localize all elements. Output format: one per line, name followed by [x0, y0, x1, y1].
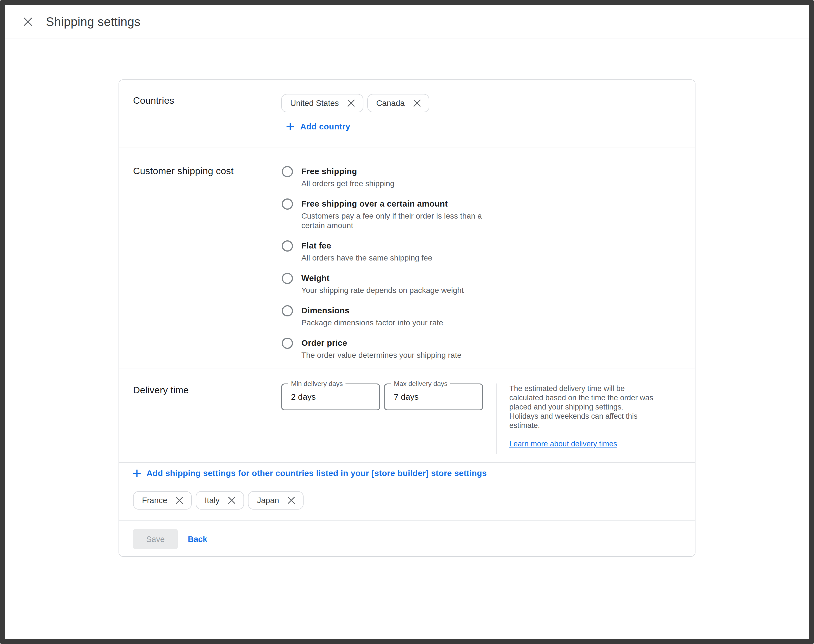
option-title: Dimensions [301, 305, 443, 316]
header: Shipping settings [5, 5, 809, 39]
country-chip-italy: Italy [196, 491, 244, 509]
add-country-button[interactable]: Add country [286, 122, 350, 131]
countries-label: Countries [133, 95, 281, 106]
countries-chip-row: United States Canada [281, 94, 695, 112]
shipping-cost-option: Flat fee All orders have the same shippi… [281, 241, 695, 263]
remove-country-icon[interactable] [413, 99, 421, 107]
vertical-divider [497, 383, 497, 454]
remove-country-icon[interactable] [228, 497, 236, 504]
option-description: All orders have the same shipping fee [301, 253, 432, 263]
shipping-settings-dialog: Shipping settings Countries United State… [0, 0, 814, 644]
min-delivery-days-value: 2 days [291, 392, 316, 402]
shipping-cost-option: Free shipping All orders get free shippi… [281, 166, 695, 189]
remove-country-icon[interactable] [176, 497, 183, 504]
country-chip-united-states: United States [281, 94, 363, 112]
shipping-cost-option: Dimensions Package dimensions factor int… [281, 305, 695, 328]
option-title: Order price [301, 338, 461, 348]
chip-label: France [142, 496, 167, 505]
save-button[interactable]: Save [133, 529, 178, 549]
add-other-countries-label: Add shipping settings for other countrie… [147, 468, 487, 478]
radio-free-shipping-over-amount[interactable] [282, 198, 293, 210]
delivery-help-text: The estimated delivery time will be calc… [509, 384, 677, 430]
shipping-cost-option: Weight Your shipping rate depends on pac… [281, 273, 695, 295]
radio-flat-fee[interactable] [282, 241, 293, 251]
radio-dimensions[interactable] [282, 305, 293, 316]
radio-weight[interactable] [282, 273, 293, 284]
close-icon [23, 17, 33, 26]
option-description: Package dimensions factor into your rate [301, 318, 443, 328]
option-description: Your shipping rate depends on package we… [301, 286, 464, 295]
back-link[interactable]: Back [188, 535, 207, 544]
remove-country-icon[interactable] [287, 497, 295, 504]
close-button[interactable] [20, 14, 36, 30]
option-title: Free shipping [301, 166, 394, 177]
add-other-countries-button[interactable]: Add shipping settings for other countrie… [133, 468, 487, 478]
other-countries-section: Add shipping settings for other countrie… [119, 462, 695, 520]
option-description: The order value determines your shipping… [301, 351, 461, 360]
country-chip-japan: Japan [248, 491, 304, 509]
field-floating-label: Min delivery days [288, 380, 345, 388]
radio-order-price[interactable] [282, 338, 293, 349]
remove-country-icon[interactable] [347, 99, 355, 107]
add-country-label: Add country [300, 122, 350, 131]
field-floating-label: Max delivery days [391, 380, 450, 388]
chip-label: Japan [257, 496, 279, 505]
delivery-time-label: Delivery time [133, 385, 281, 396]
option-description: All orders get free shipping [301, 179, 394, 189]
learn-more-delivery-times-link[interactable]: Learn more about delivery times [509, 440, 617, 448]
customer-shipping-cost-section: Customer shipping cost Free shipping All… [119, 147, 695, 368]
radio-free-shipping[interactable] [282, 166, 293, 177]
country-chip-france: France [133, 491, 192, 509]
plus-icon [286, 123, 294, 130]
min-delivery-days-field[interactable]: Min delivery days 2 days [281, 383, 380, 410]
option-title: Free shipping over a certain amount [301, 198, 482, 209]
page-title: Shipping settings [46, 15, 141, 29]
chip-label: United States [290, 99, 339, 108]
plus-icon [133, 469, 141, 477]
shipping-cost-option: Order price The order value determines y… [281, 338, 695, 360]
option-title: Weight [301, 273, 464, 284]
countries-section: Countries United States Canada [119, 80, 695, 147]
customer-shipping-cost-label: Customer shipping cost [133, 166, 281, 176]
footer: Save Back [119, 520, 695, 557]
option-description: Customers pay a fee only if their order … [301, 211, 482, 230]
delivery-time-section: Delivery time Min delivery days 2 days M… [119, 368, 695, 462]
max-delivery-days-field[interactable]: Max delivery days 7 days [384, 383, 483, 410]
chip-label: Italy [205, 496, 219, 505]
option-title: Flat fee [301, 241, 432, 251]
shipping-settings-card: Countries United States Canada [118, 80, 696, 557]
max-delivery-days-value: 7 days [394, 392, 418, 402]
other-countries-chip-row: France Italy Japan [133, 491, 681, 509]
shipping-cost-option: Free shipping over a certain amount Cust… [281, 198, 695, 230]
country-chip-canada: Canada [367, 94, 429, 112]
chip-label: Canada [376, 99, 405, 108]
